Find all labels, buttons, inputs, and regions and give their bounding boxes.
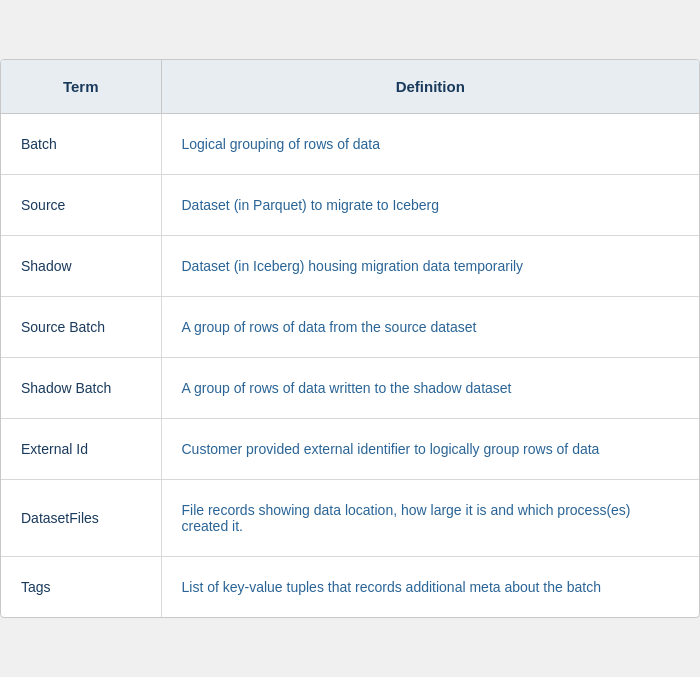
- definition-cell: List of key-value tuples that records ad…: [161, 557, 699, 618]
- table-row: External IdCustomer provided external id…: [1, 419, 699, 480]
- term-cell: Shadow: [1, 236, 161, 297]
- term-cell: Source: [1, 175, 161, 236]
- term-cell: Batch: [1, 114, 161, 175]
- term-cell: Source Batch: [1, 297, 161, 358]
- term-cell: DatasetFiles: [1, 480, 161, 557]
- term-cell: Tags: [1, 557, 161, 618]
- table-row: Shadow BatchA group of rows of data writ…: [1, 358, 699, 419]
- definition-cell: Customer provided external identifier to…: [161, 419, 699, 480]
- table-row: SourceDataset (in Parquet) to migrate to…: [1, 175, 699, 236]
- definition-cell: Dataset (in Parquet) to migrate to Icebe…: [161, 175, 699, 236]
- definition-cell: Logical grouping of rows of data: [161, 114, 699, 175]
- term-cell: Shadow Batch: [1, 358, 161, 419]
- table-header-row: Term Definition: [1, 60, 699, 114]
- definition-cell: A group of rows of data from the source …: [161, 297, 699, 358]
- definition-cell: File records showing data location, how …: [161, 480, 699, 557]
- table-row: DatasetFilesFile records showing data lo…: [1, 480, 699, 557]
- column-header-term: Term: [1, 60, 161, 114]
- definition-cell: A group of rows of data written to the s…: [161, 358, 699, 419]
- table-row: Source BatchA group of rows of data from…: [1, 297, 699, 358]
- table-row: BatchLogical grouping of rows of data: [1, 114, 699, 175]
- definition-cell: Dataset (in Iceberg) housing migration d…: [161, 236, 699, 297]
- table-row: TagsList of key-value tuples that record…: [1, 557, 699, 618]
- glossary-table: Term Definition BatchLogical grouping of…: [1, 60, 699, 617]
- glossary-table-container: Term Definition BatchLogical grouping of…: [0, 59, 700, 618]
- table-row: ShadowDataset (in Iceberg) housing migra…: [1, 236, 699, 297]
- term-cell: External Id: [1, 419, 161, 480]
- column-header-definition: Definition: [161, 60, 699, 114]
